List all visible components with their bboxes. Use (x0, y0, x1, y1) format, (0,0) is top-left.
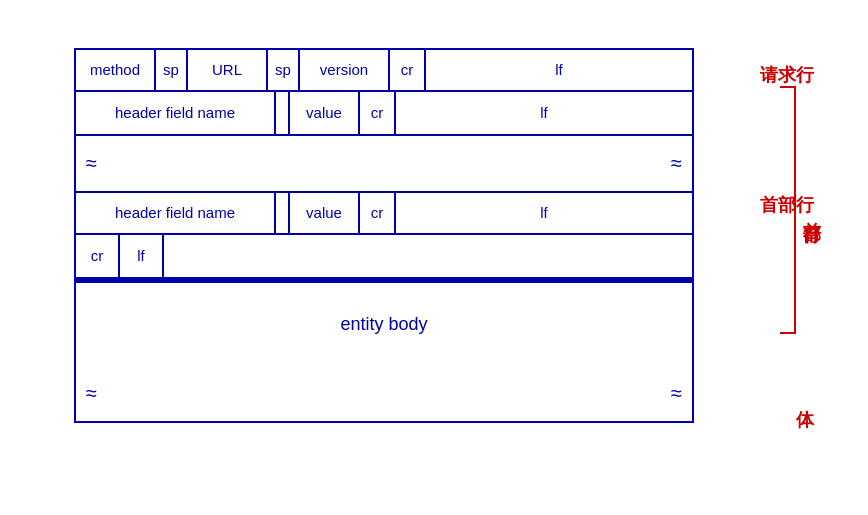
header-row-2: header field name value cr lf (74, 191, 694, 235)
wavy-separator-middle: ≈ ≈ (74, 136, 694, 191)
empty-cell (164, 235, 692, 277)
version-cell: version (300, 50, 390, 90)
entity-body-row: entity body (76, 281, 692, 366)
request-line-label: 请求行 (760, 63, 814, 87)
entity-wavy-row: ≈ ≈ (76, 366, 692, 421)
header-name-1-cell: header field name (76, 92, 276, 134)
entity-body-container: entity body ≈ ≈ (74, 279, 694, 423)
method-cell: method (76, 50, 156, 90)
lf-final-cell: lf (120, 235, 164, 277)
value1-cell: value (290, 92, 360, 134)
entity-wavy-left: ≈ (86, 382, 97, 405)
header-name-2-cell: header field name (76, 193, 276, 233)
diagram-wrapper: method sp URL sp version cr lf header fi… (44, 28, 824, 488)
entity-body-label: entity body (340, 314, 427, 335)
cr-final-cell: cr (76, 235, 120, 277)
body-label-group: 体 (796, 408, 814, 432)
lf3-cell: lf (396, 193, 692, 233)
lf1-cell: lf (426, 50, 692, 90)
value2-cell: value (290, 193, 360, 233)
url-cell: URL (188, 50, 268, 90)
wavy-left-middle: ≈ (86, 152, 97, 175)
lf2-cell: lf (396, 92, 692, 134)
header-row-1: header field name value cr lf (74, 92, 694, 136)
entity-wavy-right: ≈ (671, 382, 682, 405)
header-label-display: 首部行 (760, 193, 814, 217)
request-line-label-group: 请求行 (760, 63, 814, 87)
request-line-row: method sp URL sp version cr lf (74, 48, 694, 92)
crlf-row: cr lf (74, 235, 694, 279)
wavy-right-middle: ≈ (671, 152, 682, 175)
cr3-cell: cr (360, 193, 396, 233)
cr1-cell: cr (390, 50, 426, 90)
colon2-cell (276, 193, 290, 233)
header-label-text: 首部行 (760, 193, 814, 217)
colon1-cell (276, 92, 290, 134)
sp2-cell: sp (268, 50, 300, 90)
diagram-main: method sp URL sp version cr lf header fi… (74, 48, 694, 423)
body-label: 体 (796, 408, 814, 432)
cr2-cell: cr (360, 92, 396, 134)
sp1-cell: sp (156, 50, 188, 90)
